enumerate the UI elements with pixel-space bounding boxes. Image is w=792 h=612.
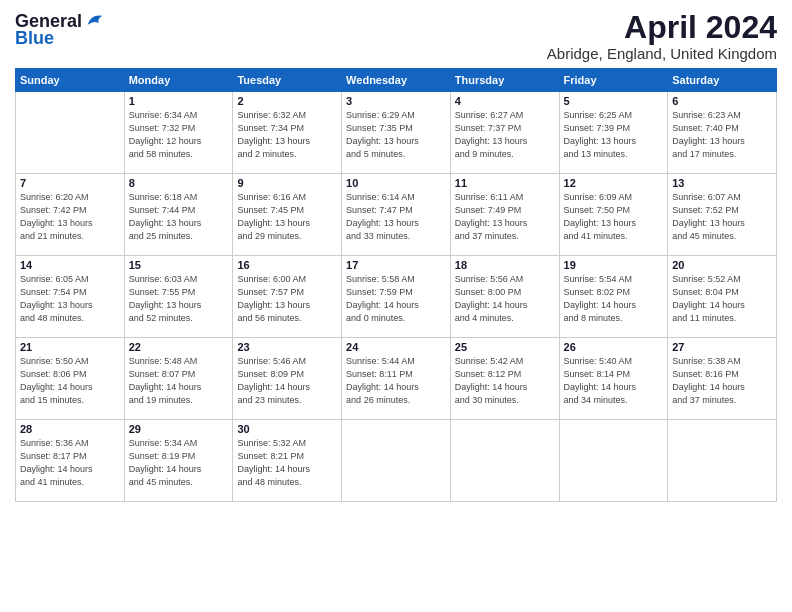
day-number: 17 <box>346 259 446 271</box>
day-cell <box>559 420 668 502</box>
header: General Blue April 2024 Abridge, England… <box>15 10 777 62</box>
month-title: April 2024 <box>547 10 777 45</box>
day-info: Sunrise: 6:14 AM Sunset: 7:47 PM Dayligh… <box>346 191 446 243</box>
day-cell: 30Sunrise: 5:32 AM Sunset: 8:21 PM Dayli… <box>233 420 342 502</box>
day-number: 7 <box>20 177 120 189</box>
day-info: Sunrise: 5:32 AM Sunset: 8:21 PM Dayligh… <box>237 437 337 489</box>
day-cell: 24Sunrise: 5:44 AM Sunset: 8:11 PM Dayli… <box>342 338 451 420</box>
day-number: 20 <box>672 259 772 271</box>
week-row-1: 1Sunrise: 6:34 AM Sunset: 7:32 PM Daylig… <box>16 92 777 174</box>
day-cell: 5Sunrise: 6:25 AM Sunset: 7:39 PM Daylig… <box>559 92 668 174</box>
header-row: SundayMondayTuesdayWednesdayThursdayFrid… <box>16 69 777 92</box>
day-number: 1 <box>129 95 229 107</box>
col-header-sunday: Sunday <box>16 69 125 92</box>
day-cell: 2Sunrise: 6:32 AM Sunset: 7:34 PM Daylig… <box>233 92 342 174</box>
day-cell: 25Sunrise: 5:42 AM Sunset: 8:12 PM Dayli… <box>450 338 559 420</box>
col-header-wednesday: Wednesday <box>342 69 451 92</box>
logo-text: General Blue <box>15 10 106 49</box>
day-info: Sunrise: 6:09 AM Sunset: 7:50 PM Dayligh… <box>564 191 664 243</box>
day-cell: 16Sunrise: 6:00 AM Sunset: 7:57 PM Dayli… <box>233 256 342 338</box>
day-info: Sunrise: 5:48 AM Sunset: 8:07 PM Dayligh… <box>129 355 229 407</box>
day-info: Sunrise: 6:16 AM Sunset: 7:45 PM Dayligh… <box>237 191 337 243</box>
day-info: Sunrise: 5:50 AM Sunset: 8:06 PM Dayligh… <box>20 355 120 407</box>
page: General Blue April 2024 Abridge, England… <box>0 0 792 612</box>
day-cell: 22Sunrise: 5:48 AM Sunset: 8:07 PM Dayli… <box>124 338 233 420</box>
day-number: 29 <box>129 423 229 435</box>
week-row-4: 21Sunrise: 5:50 AM Sunset: 8:06 PM Dayli… <box>16 338 777 420</box>
day-cell: 29Sunrise: 5:34 AM Sunset: 8:19 PM Dayli… <box>124 420 233 502</box>
day-info: Sunrise: 6:34 AM Sunset: 7:32 PM Dayligh… <box>129 109 229 161</box>
day-number: 10 <box>346 177 446 189</box>
day-info: Sunrise: 5:34 AM Sunset: 8:19 PM Dayligh… <box>129 437 229 489</box>
logo-bird-icon <box>84 10 106 32</box>
day-cell: 11Sunrise: 6:11 AM Sunset: 7:49 PM Dayli… <box>450 174 559 256</box>
day-cell: 8Sunrise: 6:18 AM Sunset: 7:44 PM Daylig… <box>124 174 233 256</box>
day-number: 12 <box>564 177 664 189</box>
title-block: April 2024 Abridge, England, United King… <box>547 10 777 62</box>
calendar-table: SundayMondayTuesdayWednesdayThursdayFrid… <box>15 68 777 502</box>
day-info: Sunrise: 5:52 AM Sunset: 8:04 PM Dayligh… <box>672 273 772 325</box>
day-number: 11 <box>455 177 555 189</box>
day-info: Sunrise: 5:42 AM Sunset: 8:12 PM Dayligh… <box>455 355 555 407</box>
day-number: 25 <box>455 341 555 353</box>
day-number: 23 <box>237 341 337 353</box>
day-cell: 9Sunrise: 6:16 AM Sunset: 7:45 PM Daylig… <box>233 174 342 256</box>
day-info: Sunrise: 6:25 AM Sunset: 7:39 PM Dayligh… <box>564 109 664 161</box>
day-info: Sunrise: 6:00 AM Sunset: 7:57 PM Dayligh… <box>237 273 337 325</box>
day-info: Sunrise: 5:54 AM Sunset: 8:02 PM Dayligh… <box>564 273 664 325</box>
day-info: Sunrise: 5:46 AM Sunset: 8:09 PM Dayligh… <box>237 355 337 407</box>
day-number: 16 <box>237 259 337 271</box>
col-header-tuesday: Tuesday <box>233 69 342 92</box>
day-info: Sunrise: 5:36 AM Sunset: 8:17 PM Dayligh… <box>20 437 120 489</box>
day-cell: 13Sunrise: 6:07 AM Sunset: 7:52 PM Dayli… <box>668 174 777 256</box>
day-number: 22 <box>129 341 229 353</box>
day-cell: 17Sunrise: 5:58 AM Sunset: 7:59 PM Dayli… <box>342 256 451 338</box>
day-cell <box>668 420 777 502</box>
day-cell: 4Sunrise: 6:27 AM Sunset: 7:37 PM Daylig… <box>450 92 559 174</box>
week-row-2: 7Sunrise: 6:20 AM Sunset: 7:42 PM Daylig… <box>16 174 777 256</box>
week-row-5: 28Sunrise: 5:36 AM Sunset: 8:17 PM Dayli… <box>16 420 777 502</box>
day-info: Sunrise: 6:11 AM Sunset: 7:49 PM Dayligh… <box>455 191 555 243</box>
day-number: 19 <box>564 259 664 271</box>
day-number: 18 <box>455 259 555 271</box>
day-cell: 21Sunrise: 5:50 AM Sunset: 8:06 PM Dayli… <box>16 338 125 420</box>
day-number: 15 <box>129 259 229 271</box>
day-cell: 10Sunrise: 6:14 AM Sunset: 7:47 PM Dayli… <box>342 174 451 256</box>
day-number: 9 <box>237 177 337 189</box>
day-cell: 26Sunrise: 5:40 AM Sunset: 8:14 PM Dayli… <box>559 338 668 420</box>
col-header-saturday: Saturday <box>668 69 777 92</box>
day-cell: 15Sunrise: 6:03 AM Sunset: 7:55 PM Dayli… <box>124 256 233 338</box>
day-info: Sunrise: 5:38 AM Sunset: 8:16 PM Dayligh… <box>672 355 772 407</box>
day-cell: 28Sunrise: 5:36 AM Sunset: 8:17 PM Dayli… <box>16 420 125 502</box>
col-header-thursday: Thursday <box>450 69 559 92</box>
day-info: Sunrise: 6:27 AM Sunset: 7:37 PM Dayligh… <box>455 109 555 161</box>
day-cell: 3Sunrise: 6:29 AM Sunset: 7:35 PM Daylig… <box>342 92 451 174</box>
day-cell <box>450 420 559 502</box>
location: Abridge, England, United Kingdom <box>547 45 777 62</box>
day-info: Sunrise: 6:07 AM Sunset: 7:52 PM Dayligh… <box>672 191 772 243</box>
day-info: Sunrise: 6:18 AM Sunset: 7:44 PM Dayligh… <box>129 191 229 243</box>
day-info: Sunrise: 6:32 AM Sunset: 7:34 PM Dayligh… <box>237 109 337 161</box>
day-number: 27 <box>672 341 772 353</box>
day-number: 28 <box>20 423 120 435</box>
day-cell: 27Sunrise: 5:38 AM Sunset: 8:16 PM Dayli… <box>668 338 777 420</box>
day-cell: 19Sunrise: 5:54 AM Sunset: 8:02 PM Dayli… <box>559 256 668 338</box>
week-row-3: 14Sunrise: 6:05 AM Sunset: 7:54 PM Dayli… <box>16 256 777 338</box>
day-number: 30 <box>237 423 337 435</box>
day-info: Sunrise: 6:29 AM Sunset: 7:35 PM Dayligh… <box>346 109 446 161</box>
day-info: Sunrise: 6:23 AM Sunset: 7:40 PM Dayligh… <box>672 109 772 161</box>
day-cell: 18Sunrise: 5:56 AM Sunset: 8:00 PM Dayli… <box>450 256 559 338</box>
day-cell: 6Sunrise: 6:23 AM Sunset: 7:40 PM Daylig… <box>668 92 777 174</box>
logo: General Blue <box>15 10 106 49</box>
day-number: 13 <box>672 177 772 189</box>
day-cell: 12Sunrise: 6:09 AM Sunset: 7:50 PM Dayli… <box>559 174 668 256</box>
day-cell: 23Sunrise: 5:46 AM Sunset: 8:09 PM Dayli… <box>233 338 342 420</box>
day-cell: 7Sunrise: 6:20 AM Sunset: 7:42 PM Daylig… <box>16 174 125 256</box>
day-info: Sunrise: 5:56 AM Sunset: 8:00 PM Dayligh… <box>455 273 555 325</box>
day-info: Sunrise: 5:40 AM Sunset: 8:14 PM Dayligh… <box>564 355 664 407</box>
day-number: 3 <box>346 95 446 107</box>
day-number: 8 <box>129 177 229 189</box>
day-info: Sunrise: 5:44 AM Sunset: 8:11 PM Dayligh… <box>346 355 446 407</box>
col-header-friday: Friday <box>559 69 668 92</box>
day-number: 26 <box>564 341 664 353</box>
